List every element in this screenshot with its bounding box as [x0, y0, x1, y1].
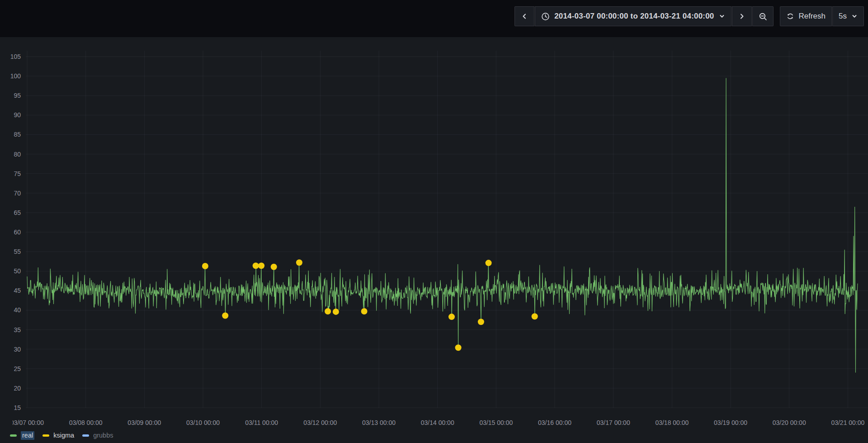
x-tick-label: 03/21 00:00 — [831, 419, 864, 426]
x-axis: 03/07 00:0003/08 00:0003/09 00:0003/10 0… — [10, 419, 865, 426]
ksigma-anomaly-point — [258, 262, 264, 269]
series-color-dash-real — [10, 434, 17, 437]
y-tick-label: 35 — [14, 326, 21, 333]
y-tick-label: 20 — [14, 385, 21, 392]
ksigma-anomaly-point — [333, 309, 339, 315]
time-range-forward-button[interactable] — [732, 6, 752, 26]
ksigma-anomaly-point — [202, 263, 208, 269]
y-tick-label: 100 — [10, 72, 21, 80]
clock-icon — [541, 12, 550, 21]
series-color-dash-ksigma — [42, 434, 49, 437]
time-range-button[interactable]: 2014-03-07 00:00:00 to 2014-03-21 04:00:… — [535, 6, 731, 26]
refresh-interval-value: 5s — [839, 12, 847, 21]
y-tick-label: 15 — [14, 404, 21, 411]
magnifier-minus-icon — [759, 12, 767, 21]
legend-label-grubbs: grubbs — [93, 431, 113, 440]
y-tick-label: 90 — [14, 111, 21, 119]
legend-item-real[interactable]: real — [10, 431, 34, 440]
series-ksigma-points — [202, 259, 538, 351]
ksigma-anomaly-point — [486, 260, 492, 266]
x-tick-label: 03/14 00:00 — [421, 419, 454, 426]
x-tick-label: 03/10 00:00 — [186, 419, 220, 426]
y-tick-label: 95 — [14, 92, 21, 99]
ksigma-anomaly-point — [222, 313, 228, 319]
legend-label-ksigma: ksigma — [53, 431, 74, 440]
chevron-left-icon — [521, 13, 528, 20]
x-tick-label: 03/20 00:00 — [773, 419, 806, 426]
refresh-group: Refresh 5s — [780, 6, 864, 26]
legend: real ksigma grubbs — [10, 431, 113, 440]
ksigma-anomaly-point — [478, 319, 484, 325]
zoom-out-button[interactable] — [752, 6, 774, 26]
x-tick-label: 03/17 00:00 — [597, 419, 630, 426]
y-tick-label: 30 — [14, 346, 21, 353]
x-tick-label: 03/13 00:00 — [362, 419, 396, 426]
chevron-down-icon — [719, 13, 725, 19]
x-tick-label: 03/16 00:00 — [538, 419, 571, 426]
y-tick-label: 85 — [14, 131, 21, 138]
ksigma-anomaly-point — [325, 308, 331, 314]
chevron-right-icon — [738, 13, 745, 20]
x-tick-label: 03/19 00:00 — [714, 419, 747, 426]
x-tick-label: 03/11 00:00 — [245, 419, 278, 426]
legend-item-ksigma[interactable]: ksigma — [42, 431, 74, 440]
series-color-dash-grubbs — [82, 434, 89, 437]
refresh-label: Refresh — [799, 12, 826, 21]
y-tick-label: 50 — [14, 267, 21, 275]
time-series-chart[interactable]: 1520253035404550556065707580859095100105… — [0, 0, 868, 443]
series-real-line — [27, 78, 858, 372]
x-tick-label: 03/12 00:00 — [303, 419, 337, 426]
time-picker-group: 2014-03-07 00:00:00 to 2014-03-21 04:00:… — [514, 6, 773, 26]
y-axis: 1520253035404550556065707580859095100105 — [10, 53, 21, 411]
ksigma-anomaly-point — [296, 259, 302, 266]
y-tick-label: 60 — [14, 229, 21, 236]
y-tick-label: 75 — [14, 170, 21, 177]
chevron-down-icon — [851, 13, 858, 19]
grid — [26, 51, 868, 408]
y-tick-label: 55 — [14, 248, 21, 255]
refresh-interval-button[interactable]: 5s — [832, 6, 864, 26]
y-tick-label: 45 — [14, 287, 21, 294]
x-tick-label: 03/09 00:00 — [127, 419, 161, 426]
legend-label-real: real — [21, 431, 34, 440]
ksigma-anomaly-point — [253, 262, 259, 269]
y-tick-label: 105 — [10, 53, 21, 60]
y-tick-label: 70 — [14, 190, 21, 197]
time-range-label: 2014-03-07 00:00:00 to 2014-03-21 04:00:… — [554, 12, 714, 21]
ksigma-anomaly-point — [455, 344, 462, 351]
legend-item-grubbs[interactable]: grubbs — [82, 431, 113, 440]
x-tick-label: 03/18 00:00 — [655, 419, 689, 426]
ksigma-anomaly-point — [448, 314, 455, 320]
x-tick-label: 03/08 00:00 — [69, 419, 103, 426]
toolbar: 2014-03-07 00:00:00 to 2014-03-21 04:00:… — [0, 0, 868, 37]
dashboard: 2014-03-07 00:00:00 to 2014-03-21 04:00:… — [0, 0, 868, 443]
x-tick-label: 03/07 00:00 — [10, 419, 44, 426]
refresh-button[interactable]: Refresh — [780, 6, 832, 26]
refresh-circular-arrows-icon — [786, 12, 794, 20]
y-tick-label: 40 — [14, 306, 21, 314]
x-tick-label: 03/15 00:00 — [479, 419, 513, 426]
ksigma-anomaly-point — [361, 308, 368, 314]
time-range-back-button[interactable] — [514, 6, 534, 26]
ksigma-anomaly-point — [532, 313, 538, 319]
y-tick-label: 25 — [14, 365, 21, 372]
y-tick-label: 65 — [14, 209, 21, 216]
ksigma-anomaly-point — [271, 264, 277, 270]
y-tick-label: 80 — [14, 151, 21, 158]
